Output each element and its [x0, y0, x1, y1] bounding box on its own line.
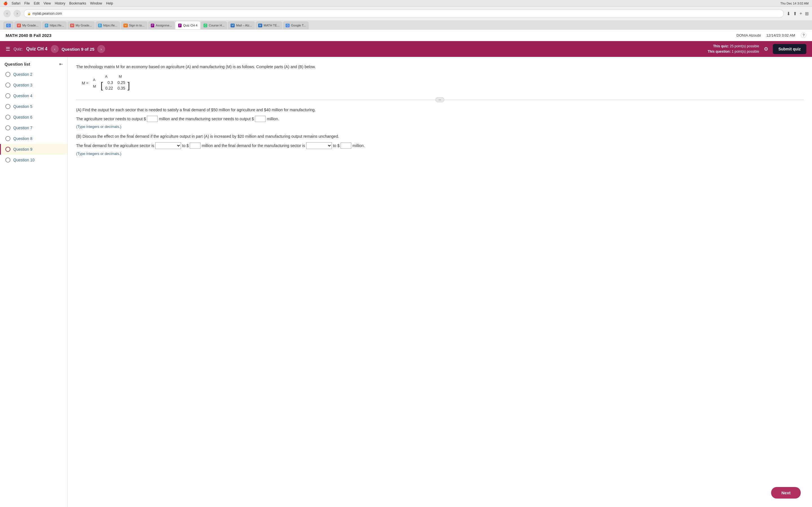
tab-mathte[interactable]: M MATH TE... — [255, 21, 283, 29]
browser-chrome: ‹ › 🔒 mylab.pearson.com ⬇ ⬆ + ⊞ G M My G… — [0, 7, 812, 30]
part-a-hint-text[interactable]: (Type integers or decimals.) — [76, 124, 121, 129]
manufacturing-demand-input[interactable] — [341, 143, 351, 149]
new-tab-icon[interactable]: + — [800, 11, 802, 16]
agriculture-demand-input[interactable] — [190, 143, 200, 149]
part-b-answer-line: The final demand for the agriculture sec… — [76, 142, 804, 149]
q3-status-circle — [5, 82, 10, 88]
sidebar-item-q3[interactable]: Question 3 — [0, 80, 67, 91]
tab-quiz-favicon: P — [178, 24, 182, 27]
question-list: Question 2 Question 3 Question 4 Questio… — [0, 69, 67, 165]
settings-icon[interactable]: ⚙ — [764, 46, 768, 52]
tab-mygrade1-favicon: M — [17, 24, 21, 27]
grid-icon[interactable]: ⊞ — [805, 11, 809, 16]
address-bar[interactable]: 🔒 mylab.pearson.com — [24, 9, 784, 18]
next-button[interactable]: Next — [771, 487, 801, 499]
part-b-text4: to $ — [333, 144, 340, 148]
quiz-header-right: This quiz: 25 point(s) possible This que… — [708, 44, 806, 54]
part-b-text3: million and the final demand for the man… — [202, 144, 305, 148]
tab-https2-favicon: B — [98, 24, 102, 27]
tab-g[interactable]: G — [3, 21, 13, 29]
matrix-row-m-label: M — [93, 84, 96, 89]
q10-status-circle — [5, 158, 10, 163]
url-display: mylab.pearson.com — [33, 11, 62, 15]
share-icon[interactable]: ⬆ — [793, 11, 797, 16]
matrix-row-a-label: A — [93, 78, 96, 82]
q9-status-circle — [5, 147, 10, 152]
tab-googlet[interactable]: G Google T... — [283, 21, 309, 29]
tab-mathte-label: MATH TE... — [264, 24, 280, 27]
sidebar-item-q6[interactable]: Question 6 — [0, 112, 67, 122]
matrix-row-labels: A M — [93, 78, 96, 89]
tab-googlet-favicon: G — [286, 24, 290, 27]
quiz-label: Quiz: — [13, 47, 23, 51]
matrix-bracket-container: [ 0.3 0.25 0.22 0.35 ] — [101, 79, 130, 92]
view-menu[interactable]: View — [43, 1, 51, 5]
right-bracket: ] — [128, 81, 130, 90]
tab-courseh[interactable]: C Course H... — [201, 21, 227, 29]
file-menu[interactable]: File — [24, 1, 30, 5]
divider-row: ··· — [76, 97, 804, 102]
part-b-hint-text[interactable]: (Type integers or decimals.) — [76, 152, 121, 156]
sidebar-collapse-button[interactable]: ⇤ — [59, 61, 63, 67]
sidebar-item-q7[interactable]: Question 7 — [0, 122, 67, 133]
tab-g-favicon: G — [6, 24, 11, 27]
q2-label: Question 2 — [13, 72, 33, 76]
tab-mathte-favicon: M — [258, 24, 262, 27]
manufacturing-demand-dropdown[interactable]: increased decreased — [306, 142, 332, 149]
bookmarks-menu[interactable]: Bookmarks — [69, 1, 86, 5]
hamburger-menu[interactable]: ☰ — [6, 46, 10, 52]
help-button[interactable]: ? — [801, 33, 806, 38]
sidebar-item-q8[interactable]: Question 8 — [0, 133, 67, 144]
back-button[interactable]: ‹ — [3, 10, 11, 17]
tab-https1[interactable]: B https://le... — [42, 21, 67, 29]
tab-quiz[interactable]: P Quiz CH 4 — [175, 21, 200, 29]
tab-mygrade2-favicon: M — [70, 24, 74, 27]
expand-button[interactable]: ··· — [435, 97, 444, 102]
tab-https2[interactable]: B https://le... — [95, 21, 120, 29]
tab-mygrade2[interactable]: M My Grade... — [67, 21, 95, 29]
this-question-info: This question: 1 point(s) possible — [708, 49, 759, 54]
quiz-name: Quiz CH 4 — [26, 47, 48, 52]
divider-right — [444, 100, 804, 100]
quiz-nav: ‹ Question 9 of 25 › — [51, 45, 105, 53]
help-menu[interactable]: Help — [106, 1, 113, 5]
tab-signin[interactable]: M Sign in to... — [121, 21, 147, 29]
prev-question-button[interactable]: ‹ — [51, 45, 59, 53]
lock-icon: 🔒 — [28, 12, 31, 15]
download-icon[interactable]: ⬇ — [786, 11, 790, 16]
sidebar-item-q10[interactable]: Question 10 — [0, 155, 67, 165]
browser-tabs: G M My Grade... B https://le... M My Gra… — [0, 20, 812, 29]
tab-https1-favicon: B — [45, 24, 49, 27]
manufacturing-output-input[interactable] — [255, 116, 266, 122]
sidebar-item-q5[interactable]: Question 5 — [0, 101, 67, 112]
agriculture-output-input[interactable] — [147, 116, 158, 122]
q9-label: Question 9 — [13, 147, 33, 152]
window-menu[interactable]: Window — [90, 1, 102, 5]
tab-assignment[interactable]: P Assignme... — [148, 21, 175, 29]
agriculture-demand-dropdown[interactable]: increased decreased — [155, 142, 181, 149]
time-display: Thu Dec 14 3:02 AM — [780, 2, 809, 5]
safari-menu[interactable]: Safari — [11, 1, 20, 5]
sidebar-item-q9[interactable]: Question 9 — [0, 144, 67, 155]
sidebar-item-q4[interactable]: Question 4 — [0, 91, 67, 101]
tab-mygrade2-label: My Grade... — [75, 24, 92, 27]
matrix-cell-10: 0.22 — [105, 86, 113, 91]
part-b-hint: (Type integers or decimals.) — [76, 151, 804, 156]
matrix-values: 0.3 0.25 0.22 0.35 — [103, 79, 128, 92]
sidebar-item-q2[interactable]: Question 2 — [0, 69, 67, 80]
submit-quiz-button[interactable]: Submit quiz — [773, 44, 806, 54]
sidebar-header: Question list ⇤ — [0, 57, 67, 69]
apple-menu[interactable]: 🍎 — [3, 1, 8, 5]
tab-mygrade1[interactable]: M My Grade... — [14, 21, 42, 29]
part-a-text2: million and the manufacturing sector nee… — [159, 117, 254, 121]
question-indicator: Question 9 of 25 — [61, 47, 94, 52]
next-question-button[interactable]: › — [97, 45, 105, 53]
mac-menu-bar: 🍎 Safari File Edit View History Bookmark… — [0, 0, 812, 7]
toolbar-actions: ⬇ ⬆ + ⊞ — [786, 11, 809, 16]
left-bracket: [ — [101, 81, 103, 90]
edit-menu[interactable]: Edit — [34, 1, 40, 5]
tab-mail[interactable]: M Mail – Alz... — [228, 21, 255, 29]
forward-button[interactable]: › — [13, 10, 21, 17]
matrix-cell-11: 0.35 — [117, 86, 125, 91]
history-menu[interactable]: History — [55, 1, 65, 5]
